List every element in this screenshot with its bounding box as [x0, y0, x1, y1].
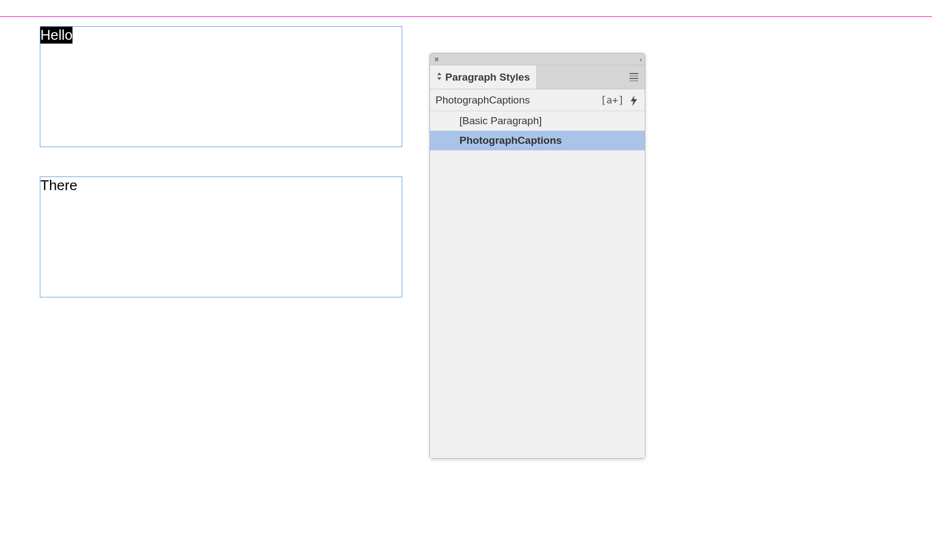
style-item-label: PhotographCaptions — [459, 135, 562, 147]
style-item-basic-paragraph[interactable]: [Basic Paragraph] — [430, 111, 645, 131]
text-frame-1[interactable]: Hello — [40, 26, 402, 147]
panel-titlebar[interactable]: × ‹‹ — [430, 53, 645, 65]
horizontal-guide — [0, 16, 932, 17]
tab-paragraph-styles[interactable]: Paragraph Styles — [430, 65, 537, 89]
text-frame-2[interactable]: There — [40, 176, 402, 297]
expand-collapse-icon — [437, 72, 442, 82]
paragraph-styles-panel: × ‹‹ Paragraph Styles PhotographCaptions… — [429, 53, 645, 459]
quick-apply-icon[interactable] — [630, 95, 639, 105]
clear-overrides-icon[interactable]: [a+] — [601, 94, 624, 106]
current-style-name: PhotographCaptions — [435, 94, 595, 106]
text-frame-1-content[interactable]: Hello — [40, 27, 72, 44]
style-item-label: [Basic Paragraph] — [459, 115, 542, 127]
text-frame-2-content[interactable]: There — [40, 177, 77, 193]
panel-menu-icon[interactable] — [623, 65, 645, 89]
current-style-row: PhotographCaptions [a+] — [430, 89, 645, 111]
style-list: [Basic Paragraph] PhotographCaptions — [430, 111, 645, 458]
panel-tabstrip: Paragraph Styles — [430, 65, 645, 89]
close-icon[interactable]: × — [434, 56, 439, 63]
style-item-photograph-captions[interactable]: PhotographCaptions — [430, 131, 645, 150]
tab-label: Paragraph Styles — [445, 71, 530, 83]
collapse-panel-icon[interactable]: ‹‹ — [640, 56, 640, 63]
